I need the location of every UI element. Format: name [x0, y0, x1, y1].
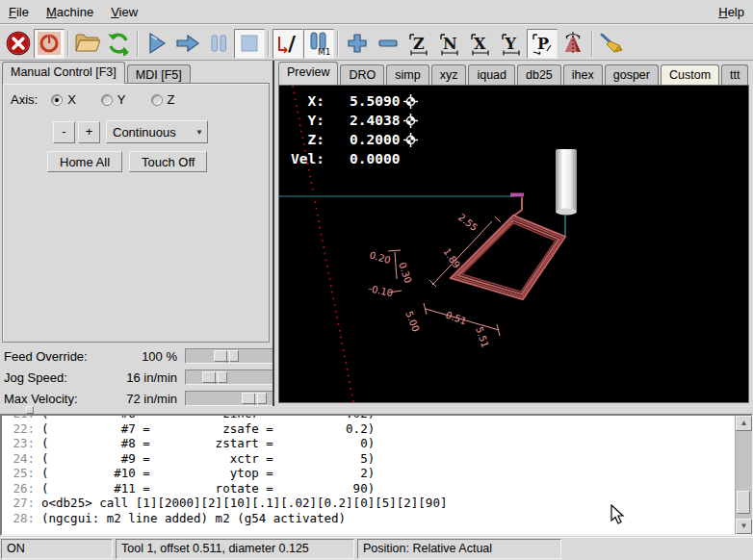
tab-simp[interactable]: simp	[386, 64, 428, 85]
run-icon	[146, 32, 168, 55]
main-area: Manual Control [F3] MDI [F5] Axis: X Y Z…	[0, 61, 753, 406]
readout-z-row: Z: 0.2000	[291, 130, 418, 149]
axis-label: Axis:	[11, 92, 38, 107]
zoom-out-button[interactable]	[373, 29, 403, 59]
view-x-button[interactable]: X	[465, 29, 496, 59]
svg-text:N: N	[443, 35, 457, 53]
jog-speed-slider[interactable]	[185, 369, 273, 385]
readout-y-label: Y:	[291, 111, 325, 130]
scrollbar-down-arrow[interactable]: ▼	[736, 519, 752, 534]
tab-manual-control[interactable]: Manual Control [F3]	[2, 62, 125, 84]
toolbar: / M1 Z	[0, 27, 753, 61]
zoom-in-button[interactable]	[342, 29, 373, 59]
toggle-skip-lines-button[interactable]: /	[273, 29, 303, 59]
view-z2-button[interactable]: N	[434, 29, 465, 59]
backplot-preview[interactable]: 2.55 1.89 0.20 0.30 -0.10 5.00 0.51 5.51…	[278, 85, 749, 403]
readout-x-value: 5.5090	[325, 91, 401, 111]
clear-plot-button[interactable]	[596, 29, 627, 59]
rotate-icon	[560, 31, 585, 56]
radio-axis-x[interactable]	[51, 94, 63, 106]
manual-control-frame: Axis: X Y Z - + Continuous ▼	[2, 83, 270, 343]
view-z-icon: Z	[406, 31, 431, 56]
manual-control-panel: Manual Control [F3] MDI [F5] Axis: X Y Z…	[0, 61, 273, 406]
tab-ihex[interactable]: ihex	[563, 64, 603, 85]
feed-override-row: Feed Override: 100 %	[4, 348, 271, 365]
paned-window-sash[interactable]	[0, 406, 753, 414]
slider-handle[interactable]	[242, 393, 267, 404]
scrollbar-track[interactable]	[736, 431, 752, 519]
line-number: 24:	[2, 451, 35, 467]
tab-custom[interactable]: Custom	[661, 64, 719, 85]
menu-machine[interactable]: Machine	[38, 1, 102, 23]
line-text: ( #8 = zstart = 0)	[41, 436, 375, 451]
view-x-icon: X	[468, 31, 493, 56]
home-all-button[interactable]: Home All	[47, 151, 122, 172]
tab-dro[interactable]: DRO	[340, 64, 384, 85]
gcode-scrollbar[interactable]: ▲ ▼	[735, 416, 751, 534]
sash-handle[interactable]	[26, 406, 34, 414]
stop-program-button[interactable]	[234, 29, 265, 59]
run-program-button[interactable]	[142, 29, 172, 59]
radio-axis-z[interactable]	[151, 94, 163, 106]
toggle-optional-pause-button[interactable]: M1	[303, 29, 334, 59]
scrollbar-up-arrow[interactable]: ▲	[736, 416, 752, 431]
slider-handle[interactable]	[214, 350, 239, 362]
max-velocity-label: Max Velocity:	[4, 392, 78, 406]
step-program-button[interactable]	[172, 29, 203, 59]
rotate-view-button[interactable]	[558, 29, 588, 59]
view-y-icon: Y	[499, 31, 524, 56]
status-bar: ON Tool 1, offset 0.511, diameter 0.125 …	[0, 537, 753, 560]
jog-speed-label: Jog Speed:	[4, 370, 67, 385]
home-controls: Home All Touch Off	[47, 151, 214, 172]
tab-db25[interactable]: db25	[517, 64, 561, 85]
slider-handle[interactable]	[202, 371, 227, 383]
svg-text:2.55: 2.55	[456, 212, 480, 233]
max-velocity-slider[interactable]	[185, 391, 273, 406]
tab-mdi[interactable]: MDI [F5]	[127, 64, 191, 84]
pause-icon	[208, 33, 229, 54]
reload-file-button[interactable]	[103, 29, 134, 59]
svg-text:5.51: 5.51	[474, 325, 490, 349]
radio-axis-y[interactable]	[101, 94, 113, 106]
gcode-listing-area: 21:( #6 = zincr = .02) 22:( #7 = zsafe =…	[0, 414, 753, 536]
pause-program-button[interactable]	[203, 29, 234, 59]
readout-vel-label: Vel:	[291, 149, 325, 168]
machine-state-cell: ON	[1, 539, 113, 559]
line-number: 26:	[2, 481, 35, 496]
menu-view[interactable]: View	[102, 1, 146, 23]
machine-power-button[interactable]	[34, 29, 65, 59]
tab-gosper[interactable]: gosper	[605, 64, 659, 85]
mouse-cursor	[610, 504, 625, 525]
open-file-button[interactable]	[72, 29, 103, 59]
view-z-button[interactable]: Z	[403, 29, 434, 59]
view-y-button[interactable]: Y	[496, 29, 527, 59]
svg-text:/: /	[288, 32, 297, 56]
menu-help[interactable]: Help	[710, 1, 753, 23]
radio-axis-z-label: Z	[168, 92, 175, 107]
jog-increment-dropdown[interactable]: Continuous ▼	[106, 120, 208, 143]
tab-preview[interactable]: Preview	[278, 62, 338, 85]
jog-minus-button[interactable]: -	[53, 121, 75, 143]
tab-iquad[interactable]: iquad	[468, 64, 515, 85]
estop-button[interactable]	[3, 29, 34, 59]
feed-override-label: Feed Override:	[4, 349, 88, 364]
line-text: ( #11 = rotate = 90)	[41, 481, 375, 496]
svg-text:Z: Z	[413, 35, 425, 53]
jog-plus-button[interactable]: +	[78, 121, 100, 143]
svg-text:Y: Y	[505, 35, 517, 53]
stop-icon	[239, 33, 260, 54]
view-p-button[interactable]: P	[527, 29, 558, 59]
radio-axis-y-label: Y	[117, 92, 126, 107]
svg-text:-0.10: -0.10	[368, 283, 395, 298]
svg-text:X: X	[474, 35, 486, 53]
feed-override-value: 100 %	[100, 349, 177, 364]
touch-off-button[interactable]: Touch Off	[129, 151, 207, 172]
scrollbar-thumb[interactable]	[737, 491, 750, 515]
readout-vel-row: Vel: 0.0000	[291, 149, 418, 168]
gcode-line: 22:( #7 = zsafe = 0.2)	[2, 421, 735, 437]
tab-ttt[interactable]: ttt	[721, 64, 748, 85]
feed-override-slider[interactable]	[185, 348, 273, 364]
menu-file[interactable]: File	[0, 1, 38, 23]
estop-icon	[6, 31, 31, 56]
tab-xyz[interactable]: xyz	[431, 64, 467, 85]
